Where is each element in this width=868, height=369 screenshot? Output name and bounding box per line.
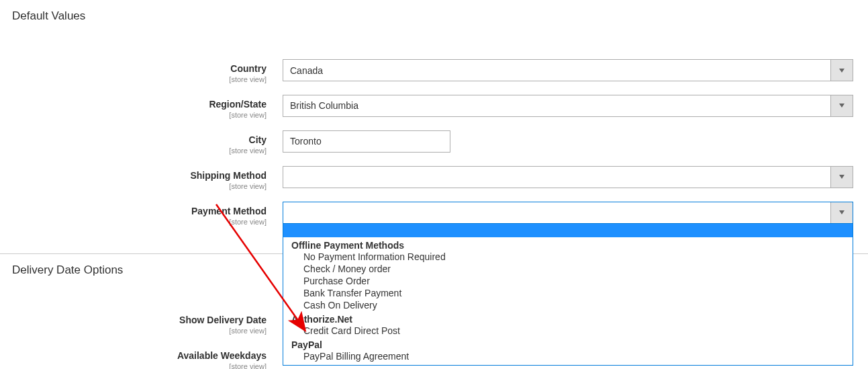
optgroup-authorize-net: Authorize.Net — [283, 311, 853, 325]
region-select-value: British Columbia — [290, 100, 358, 111]
row-payment-method: Payment Method [store view] Offline Paym… — [0, 202, 868, 227]
row-region: Region/State [store view] British Columb… — [0, 95, 868, 120]
country-select[interactable]: Canada — [283, 59, 853, 81]
option-bank-transfer[interactable]: Bank Transfer Payment — [283, 287, 853, 299]
row-country: Country [store view] Canada — [0, 59, 868, 84]
payment-method-dropdown[interactable]: Offline Payment Methods No Payment Infor… — [283, 224, 853, 366]
country-label: Country — [0, 63, 267, 75]
row-shipping-method: Shipping Method [store view] — [0, 166, 868, 191]
weekdays-scope: [store view] — [0, 362, 267, 369]
shipping-select[interactable] — [283, 166, 853, 188]
show-date-scope: [store view] — [0, 327, 267, 335]
option-cash-on-delivery[interactable]: Cash On Delivery — [283, 299, 853, 311]
city-label: City — [0, 134, 267, 146]
country-scope: [store view] — [0, 75, 267, 84]
optgroup-offline: Offline Payment Methods — [283, 237, 853, 251]
region-scope: [store view] — [0, 111, 267, 120]
shipping-label: Shipping Method — [0, 170, 267, 181]
row-city: City [store view] — [0, 130, 868, 155]
optgroup-paypal: PayPal — [283, 337, 853, 350]
chevron-down-icon — [830, 167, 853, 188]
section-title-default-values: Default Values — [0, 0, 868, 32]
show-date-label: Show Delivery Date — [0, 315, 267, 326]
region-select[interactable]: British Columbia — [283, 95, 853, 117]
option-no-payment-info[interactable]: No Payment Information Required — [283, 251, 853, 263]
chevron-down-icon — [830, 60, 853, 81]
payment-select[interactable] — [283, 202, 853, 224]
weekdays-label: Available Weekdays — [0, 350, 267, 362]
option-paypal-billing-agreement[interactable]: PayPal Billing Agreement — [283, 350, 853, 362]
city-input[interactable] — [283, 130, 450, 153]
option-check-money-order[interactable]: Check / Money order — [283, 263, 853, 275]
payment-label: Payment Method — [0, 206, 267, 217]
dropdown-highlight-bar — [283, 224, 853, 237]
chevron-down-icon — [830, 202, 853, 223]
shipping-scope: [store view] — [0, 182, 267, 191]
payment-scope: [store view] — [0, 218, 267, 227]
option-cc-direct-post[interactable]: Credit Card Direct Post — [283, 325, 853, 337]
option-purchase-order[interactable]: Purchase Order — [283, 275, 853, 287]
city-scope: [store view] — [0, 147, 267, 155]
region-label: Region/State — [0, 99, 267, 110]
country-select-value: Canada — [290, 65, 323, 76]
chevron-down-icon — [830, 95, 853, 116]
